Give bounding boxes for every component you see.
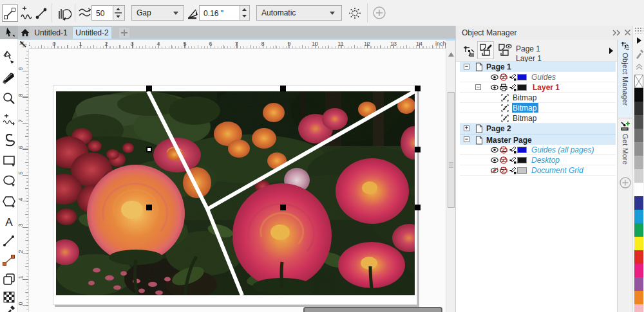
svg-text:A: A [5,216,13,228]
